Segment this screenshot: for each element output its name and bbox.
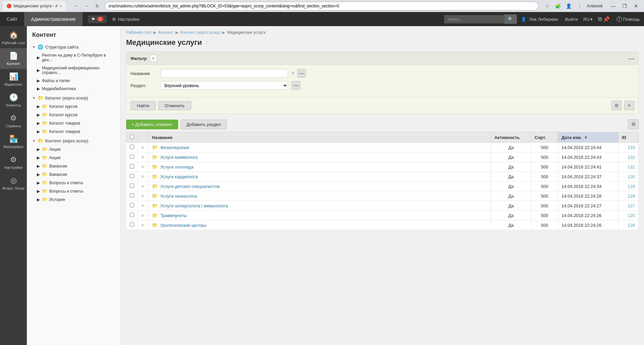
row-checkbox-4[interactable] xyxy=(130,184,134,188)
refresh-btn[interactable]: ↻ xyxy=(93,1,102,11)
row-id-cell-2[interactable]: 131 xyxy=(619,162,639,172)
row-name-link-6[interactable]: Услуги аллерголога / иммунолога xyxy=(160,203,228,208)
row-id-cell-0[interactable]: 133 xyxy=(619,143,639,152)
search-btn[interactable]: 🔍 xyxy=(504,14,517,24)
sidebar-item-settings[interactable]: ⚙ Настройки xyxy=(0,152,27,173)
menu-btn[interactable]: ⋮ xyxy=(575,1,584,11)
row-id-cell-4[interactable]: 129 xyxy=(619,182,639,191)
sidebar-item-content[interactable]: 📄 Контент xyxy=(0,48,27,69)
row-checkbox-0[interactable] xyxy=(130,145,134,149)
nav-sub-item-promo2[interactable]: ▶ 📁 Акции xyxy=(27,153,120,162)
row-id-cell-5[interactable]: 128 xyxy=(619,191,639,201)
filter-cancel-btn[interactable]: Отменить xyxy=(158,101,191,110)
drag-handle-4[interactable]: ≡ xyxy=(141,184,144,189)
nav-sub-item-vacancy2[interactable]: ▶ 📁 Вакансии xyxy=(27,170,120,179)
nav-sub-item-files[interactable]: ▶ Файлы и папки xyxy=(27,77,120,85)
nav-sub-item-history[interactable]: ▶ 📁 История xyxy=(27,195,120,204)
nav-sub-item-goods1[interactable]: ▶ 📁 Каталог товаров xyxy=(27,119,120,127)
drag-handle-8[interactable]: ≡ xyxy=(141,222,144,228)
row-checkbox-6[interactable] xyxy=(130,203,134,207)
win-close-btn[interactable]: ✕ xyxy=(631,1,641,11)
row-drag-cell[interactable]: ≡ xyxy=(138,143,149,152)
filter-extra-plus-btn[interactable]: + xyxy=(624,101,634,110)
row-id-cell-8[interactable]: 126 xyxy=(619,220,639,230)
back-btn[interactable]: ← xyxy=(71,1,80,11)
site-btn[interactable]: Сайт xyxy=(0,12,24,26)
nav-section-header-structure[interactable]: ▼ 🌐 Структура сайта xyxy=(27,43,120,51)
search-input[interactable] xyxy=(444,15,504,23)
filter-minimize-btn[interactable]: — xyxy=(628,55,634,62)
browser-tab[interactable]: Медицинские услуги - # × xyxy=(3,1,66,11)
row-checkbox-1[interactable] xyxy=(130,154,134,159)
filter-add-btn[interactable]: + xyxy=(150,55,157,62)
nav-sub-item-goods2[interactable]: ▶ 📁 Каталог товаров xyxy=(27,127,120,136)
breadcrumb-item-1[interactable]: Контент xyxy=(158,30,173,35)
help-btn[interactable]: ? Помощь xyxy=(612,16,644,22)
filter-name-remove-btn[interactable]: — xyxy=(297,69,306,78)
nav-sub-item-faq1[interactable]: ▶ 📁 Вопросы и ответы xyxy=(27,179,120,187)
col-header-id[interactable]: ID xyxy=(619,132,639,143)
row-drag-cell[interactable]: ≡ xyxy=(138,220,149,230)
nav-sub-item-vacancy1[interactable]: ▶ 📁 Вакансии xyxy=(27,162,120,170)
nav-section-header-content-aspro[interactable]: ▼ 📁 Контент (aspro.scorp) xyxy=(27,136,120,145)
add-element-btn[interactable]: + Добавить элемент xyxy=(126,120,178,129)
bookmark-btn[interactable]: ☆ xyxy=(543,1,552,11)
row-name-link-2[interactable]: Услуги логопеда xyxy=(160,164,194,169)
add-section-btn[interactable]: Добавить раздел xyxy=(181,120,227,129)
row-checkbox-8[interactable] xyxy=(130,222,134,227)
row-checkbox-cell[interactable] xyxy=(126,201,138,211)
forward-btn[interactable]: → xyxy=(82,1,91,11)
nav-section-header-catalog[interactable]: ▼ 📁 Каталог (aspro.scorp) xyxy=(27,93,120,102)
filter-gear-btn[interactable]: ⚙ xyxy=(611,101,622,110)
row-id-cell-1[interactable]: 132 xyxy=(619,152,639,162)
drag-handle-2[interactable]: ≡ xyxy=(141,164,144,169)
drag-handle-0[interactable]: ≡ xyxy=(141,145,144,150)
col-header-date[interactable]: Дата изм. ▾ xyxy=(558,132,619,143)
col-header-active[interactable]: Активность xyxy=(491,132,531,143)
nav-sub-item-course2[interactable]: ▶ 📁 Каталог курсов xyxy=(27,111,120,119)
row-checkbox-cell[interactable] xyxy=(126,211,138,220)
filter-name-help-btn[interactable]: ? xyxy=(291,71,294,76)
row-name-link-5[interactable]: Услуги гинеколога xyxy=(160,194,197,199)
notifications-btn[interactable]: ⚑ 1 xyxy=(88,15,107,23)
favorite-star-btn[interactable]: ☆ xyxy=(205,39,210,46)
row-drag-cell[interactable]: ≡ xyxy=(138,211,149,220)
row-checkbox-cell[interactable] xyxy=(126,220,138,230)
nav-sub-item-xray[interactable]: ▶ Рентген на дому в С-Петербурге в ден..… xyxy=(27,51,120,64)
select-all-checkbox[interactable] xyxy=(130,135,134,139)
filter-section-select[interactable]: Верхний уровень xyxy=(161,81,288,90)
win-restore-btn[interactable]: ❐ xyxy=(619,1,630,11)
row-checkbox-cell[interactable] xyxy=(126,191,138,201)
row-id-cell-3[interactable]: 130 xyxy=(619,172,639,182)
win-minimize-btn[interactable]: — xyxy=(608,1,619,11)
nav-sub-item-media[interactable]: ▶ Медиабиблиотека xyxy=(27,85,120,93)
col-header-name[interactable]: Название xyxy=(149,132,491,143)
row-name-link-1[interactable]: Услуги маммолога xyxy=(160,155,198,160)
row-checkbox-2[interactable] xyxy=(130,164,134,168)
row-checkbox-cell[interactable] xyxy=(126,162,138,172)
lang-selector[interactable]: RU ▾ xyxy=(581,17,595,22)
nav-sub-item-course1[interactable]: ▶ 📁 Каталог курсов xyxy=(27,102,120,111)
drag-handle-7[interactable]: ≡ xyxy=(141,213,144,218)
extensions-btn[interactable]: 🧩 xyxy=(553,1,563,11)
window-icon-btn[interactable]: ⧉ xyxy=(598,16,602,22)
row-name-link-3[interactable]: Услуги кардиолога xyxy=(160,174,198,179)
drag-handle-5[interactable]: ≡ xyxy=(141,193,144,199)
breadcrumb-item-0[interactable]: Рабочий стол xyxy=(126,30,151,35)
row-drag-cell[interactable]: ≡ xyxy=(138,182,149,191)
sidebar-item-clients[interactable]: 🕐 Клиенты xyxy=(0,90,27,111)
filter-section-remove-btn[interactable]: — xyxy=(291,81,300,90)
row-id-cell-6[interactable]: 127 xyxy=(619,201,639,211)
row-checkbox-5[interactable] xyxy=(130,193,134,198)
row-name-link-4[interactable]: Услуги детских специалистов xyxy=(160,184,220,189)
tab-close-btn[interactable]: × xyxy=(60,4,62,8)
col-header-checkbox[interactable] xyxy=(126,132,138,143)
sidebar-item-marketplace[interactable]: 🏪 Marketplace xyxy=(0,131,27,152)
nav-sub-item-promo1[interactable]: ▶ 📁 Акции xyxy=(27,145,120,153)
drag-handle-6[interactable]: ≡ xyxy=(141,203,144,208)
row-drag-cell[interactable]: ≡ xyxy=(138,152,149,162)
row-drag-cell[interactable]: ≡ xyxy=(138,191,149,201)
row-checkbox-cell[interactable] xyxy=(126,172,138,182)
row-drag-cell[interactable]: ≡ xyxy=(138,172,149,182)
row-drag-cell[interactable]: ≡ xyxy=(138,201,149,211)
